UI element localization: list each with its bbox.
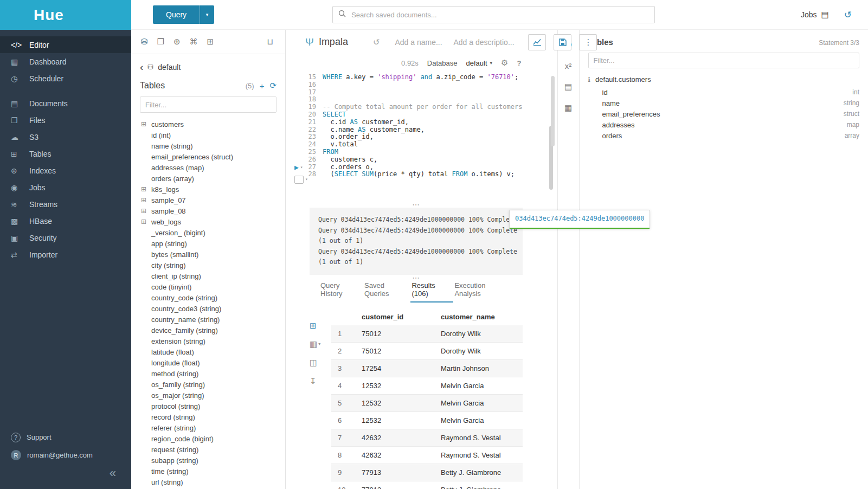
addresses[interactable]: addresses map (588, 119, 860, 130)
tree-item[interactable]: ⊞ url (string) (140, 477, 277, 487)
tree-item[interactable]: ⊞ method (string) (140, 368, 277, 379)
table-row[interactable]: 8 42632 Raymond S. Vestal BS5902 2798 (331, 447, 523, 464)
tree-item[interactable]: ⊞ os_major (string) (140, 390, 277, 401)
tab-results[interactable]: Results (106) (410, 281, 453, 303)
active-table[interactable]: ℹ default.customers (588, 75, 860, 83)
tree-item[interactable]: ⊞ os_family (string) (140, 379, 277, 390)
email_preferences[interactable]: email_preferences struct (588, 108, 860, 119)
tree-table-web-logs[interactable]: ⊞ web_logs (140, 216, 277, 227)
sidebar-item-hbase[interactable]: ▩ HBase (0, 213, 131, 229)
query-description-input[interactable] (452, 37, 528, 47)
jobs-link[interactable]: Jobs ▤ (801, 10, 829, 20)
tree-item[interactable]: ⊞ extension (string) (140, 336, 277, 346)
download-icon[interactable]: ↧ ▾ (310, 376, 331, 386)
tree-item[interactable]: ⊞ request (string) (140, 444, 277, 455)
sidebar-item-files[interactable]: ❐ Files (0, 112, 131, 128)
tree-table-sample-08[interactable]: ⊞ sample_08 (140, 205, 277, 216)
collapse-sidebar-button[interactable]: « (0, 464, 131, 487)
table-row[interactable]: 2 75012 Dorothy Wilk J882C2 96 (331, 343, 523, 360)
database-select[interactable]: default ▾ (466, 59, 493, 67)
hue-logo[interactable]: Hue (0, 0, 131, 30)
table-row[interactable]: 10 77913 Betty J. Giambrone XR2771 4315 (331, 481, 523, 489)
databases-icon[interactable]: ⛁ (141, 37, 148, 47)
tree-item[interactable]: ⊞ bytes (smallint) (140, 249, 277, 260)
help-icon[interactable]: ? (517, 59, 522, 67)
tree-item[interactable]: ⊞ protocol (string) (140, 401, 277, 411)
language-reference-icon[interactable]: ▤ (564, 82, 572, 92)
tree-item[interactable]: ⊞ name (string) (140, 140, 277, 151)
sitemap-icon[interactable]: ⌘ (190, 37, 198, 47)
documents-icon[interactable]: ❐ (157, 37, 164, 47)
grid-view-icon[interactable]: ⊞ ▾ (310, 321, 331, 331)
tree-table-customers[interactable]: ⊞ customers (140, 119, 277, 130)
sidebar-item-editor[interactable]: </> Editor (0, 36, 131, 53)
tables-filter-input[interactable] (140, 96, 277, 113)
sidebar-item-security[interactable]: ▣ Security (0, 229, 131, 246)
query-history-icon[interactable]: ↺ (844, 9, 852, 21)
sidebar-item-indexes[interactable]: ⊕ Indexes (0, 162, 131, 179)
tree-table-k8s-logs[interactable]: ⊞ k8s_logs (140, 184, 277, 195)
tree-item[interactable]: ⊞ longitude (float) (140, 357, 277, 368)
query-button[interactable]: Query (153, 5, 200, 24)
snippet-history-icon[interactable]: ↺ (373, 37, 380, 47)
tab-saved-queries[interactable]: Saved Queries (363, 281, 410, 303)
breadcrumb-database[interactable]: default (158, 63, 181, 72)
tree-item[interactable]: ⊞ _version_ (bigint) (140, 227, 277, 238)
sidebar-item-importer[interactable]: ⇄ Importer (0, 246, 131, 263)
table-row[interactable]: 7 42632 Raymond S. Vestal HS3124 1944 (331, 429, 523, 447)
tree-item[interactable]: ⊞ record (string) (140, 411, 277, 422)
table-row[interactable]: 3 17254 Martin Johnson I72T39 18 (331, 360, 523, 377)
resize-handle[interactable]: ⋯ (310, 202, 523, 208)
zoom-in-icon[interactable]: ⊕ (173, 37, 181, 47)
format-button[interactable]: ▾ (294, 176, 308, 184)
sidebar-item-dashboard[interactable]: ▦ Dashboard (0, 53, 131, 70)
table-row[interactable]: 4 12532 Melvin Garcia PB6268 68 (331, 377, 523, 395)
panel-scrollbar[interactable] (551, 76, 555, 146)
table-row[interactable]: 6 12532 Melvin Garcia R9S838 1278 (331, 412, 523, 429)
orders[interactable]: orders array (588, 130, 860, 141)
resize-handle[interactable]: ⋯ (310, 275, 523, 281)
bag-icon[interactable]: ⊔ (267, 37, 273, 47)
sidebar-item-documents[interactable]: ▤ Documents (0, 95, 131, 112)
tree-item[interactable]: ⊞ email_preferences (struct) (140, 151, 277, 162)
query-caret-button[interactable]: ▾ (200, 5, 214, 24)
apps-grid-icon[interactable]: ⊞ (207, 37, 214, 47)
tree-item[interactable]: ⊞ region_code (bigint) (140, 433, 277, 444)
gear-icon[interactable]: ⚙ (501, 58, 508, 68)
tree-item[interactable]: ⊞ client_ip (string) (140, 271, 277, 281)
sidebar-item-scheduler[interactable]: ◷ Scheduler (0, 70, 131, 87)
more-actions-button[interactable]: ⋮ (579, 34, 597, 50)
table-row[interactable]: 9 77913 Betty J. Giambrone DN8815 1320 (331, 464, 523, 481)
tree-item[interactable]: ⊞ id (int) (140, 130, 277, 140)
search-input[interactable] (350, 10, 649, 20)
tree-item[interactable]: ⊞ time (string) (140, 466, 277, 477)
table-row[interactable]: 5 12532 Melvin Garcia B8623C 2507 (331, 395, 523, 412)
id[interactable]: id int (588, 87, 860, 98)
sidebar-item-jobs[interactable]: ◉ Jobs (0, 179, 131, 196)
execute-button[interactable]: ▶ ▾ (294, 164, 308, 171)
tree-item[interactable]: ⊞ referer (string) (140, 422, 277, 433)
tree-item[interactable]: ⊞ latitude (float) (140, 346, 277, 357)
tree-item[interactable]: ⊞ code (tinyint) (140, 281, 277, 292)
table-row[interactable]: 1 75012 Dorothy Wilk 4056711 918 (331, 325, 523, 343)
sidebar-item-tables[interactable]: ⊞ Tables (0, 145, 131, 162)
tab-query-history[interactable]: Query History (319, 281, 363, 303)
schedule-icon[interactable]: ▦ (564, 103, 572, 113)
query-name-input[interactable] (394, 37, 448, 47)
tree-item[interactable]: ⊞ country_name (string) (140, 314, 277, 325)
tree-item[interactable]: ⊞ device_family (string) (140, 325, 277, 336)
back-chevron-icon[interactable]: ‹ (140, 62, 143, 72)
tree-item[interactable]: ⊞ orders (array) (140, 173, 277, 184)
right-assist-filter-input[interactable] (588, 53, 860, 68)
columns-view-icon[interactable]: ◫ ▾ (310, 358, 331, 368)
chart-button[interactable] (528, 34, 546, 50)
save-button[interactable] (554, 34, 571, 50)
support-link[interactable]: ? Support (0, 428, 131, 446)
column-header[interactable]: customer_name (434, 313, 523, 321)
tree-table-sample-07[interactable]: ⊞ sample_07 (140, 195, 277, 205)
functions-icon[interactable]: x² (565, 61, 572, 70)
code-editor[interactable]: 15WHERE a.key = 'shipping' and a.zip_cod… (286, 72, 557, 202)
chart-view-icon[interactable]: ▥ ▾ (310, 339, 331, 349)
tab-execution-analysis[interactable]: Execution Analysis (453, 281, 512, 303)
tree-item[interactable]: ⊞ city (string) (140, 260, 277, 271)
